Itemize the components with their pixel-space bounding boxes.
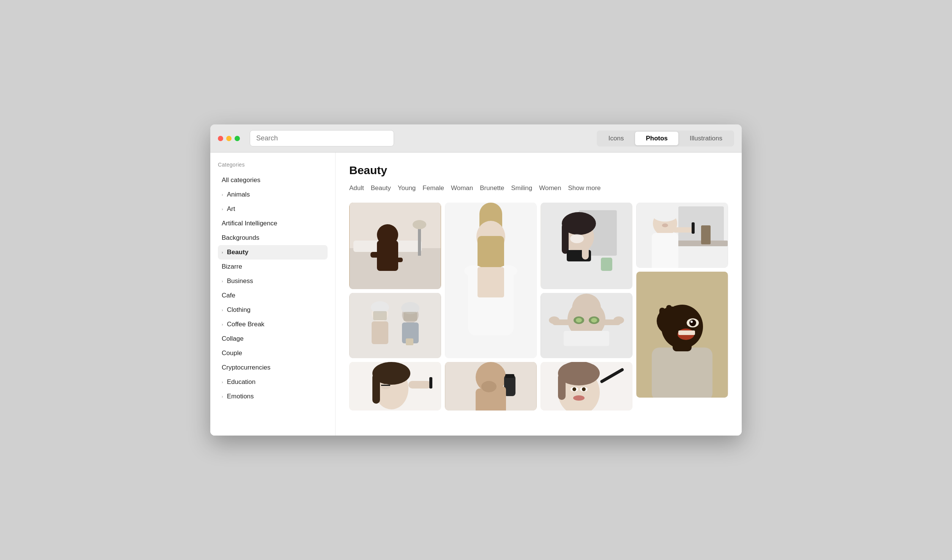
photo-card[interactable] [636, 272, 728, 398]
svg-point-71 [572, 387, 576, 391]
photo-card[interactable] [541, 203, 632, 289]
svg-rect-93 [673, 306, 679, 326]
sidebar-item-label: Education [227, 378, 256, 386]
svg-point-4 [413, 220, 426, 229]
svg-rect-34 [478, 267, 504, 297]
photo-card[interactable] [349, 362, 441, 411]
photo-card[interactable] [541, 293, 632, 358]
sidebar-item-animals[interactable]: › Animals [218, 187, 328, 202]
svg-rect-9 [350, 293, 441, 358]
sidebar-item-coffee-break[interactable]: › Coffee Break [218, 317, 328, 332]
tab-icons[interactable]: Icons [598, 132, 635, 145]
sidebar-item-label: Animals [227, 191, 250, 198]
svg-rect-49 [582, 239, 589, 260]
tag-female[interactable]: Female [422, 184, 444, 192]
sidebar-item-label: Bizarre [222, 263, 242, 271]
sidebar-item-cafe[interactable]: Cafe [218, 288, 328, 303]
svg-rect-94 [680, 308, 686, 326]
photo-column-1 [349, 203, 441, 411]
svg-rect-96 [678, 330, 695, 335]
svg-rect-81 [652, 233, 678, 268]
tag-adult[interactable]: Adult [349, 184, 364, 192]
chevron-right-icon: › [222, 207, 223, 211]
traffic-lights [218, 136, 240, 141]
sidebar-item-clothing[interactable]: › Clothing [218, 303, 328, 317]
svg-point-98 [689, 319, 696, 326]
photo-column-4 [636, 203, 728, 398]
tag-brunette[interactable]: Brunette [480, 184, 504, 192]
sidebar-item-couple[interactable]: Couple [218, 346, 328, 360]
svg-rect-78 [701, 225, 711, 244]
sidebar-item-label: All categories [222, 176, 260, 184]
sidebar-item-emotions[interactable]: › Emotions [218, 389, 328, 404]
tag-young[interactable]: Young [398, 184, 416, 192]
photo-grid [349, 203, 728, 411]
sidebar-item-label: Business [227, 277, 253, 285]
chevron-right-icon: › [222, 279, 223, 283]
sidebar-item-backgrounds[interactable]: Backgrounds [218, 231, 328, 245]
svg-rect-11 [372, 321, 388, 344]
sidebar-item-collage[interactable]: Collage [218, 332, 328, 346]
svg-rect-24 [381, 385, 390, 386]
photo-column-2 [445, 203, 537, 411]
svg-rect-18 [406, 338, 413, 345]
minimize-button[interactable] [226, 136, 232, 141]
close-button[interactable] [218, 136, 223, 141]
page-title: Beauty [349, 164, 728, 177]
sidebar-item-education[interactable]: › Education [218, 375, 328, 389]
tag-show-more[interactable]: Show more [568, 184, 601, 192]
search-input[interactable] [250, 130, 394, 146]
sidebar-item-label: Collage [222, 335, 244, 343]
chevron-right-icon: › [222, 250, 223, 255]
tab-photos[interactable]: Photos [635, 132, 678, 145]
photo-card[interactable] [636, 203, 728, 268]
sidebar-item-all[interactable]: All categories [218, 173, 328, 187]
svg-point-62 [591, 318, 597, 322]
sidebar-item-label: Couple [222, 349, 242, 357]
sidebar-item-label: Art [227, 205, 235, 213]
chevron-right-icon: › [222, 394, 223, 399]
svg-rect-17 [403, 312, 417, 321]
sidebar-item-beauty[interactable]: › Beauty [218, 245, 328, 260]
svg-rect-40 [498, 387, 506, 406]
photo-card[interactable] [349, 293, 441, 358]
content-area: Beauty Adult Beauty Young Female Woman B… [336, 153, 742, 436]
chevron-right-icon: › [222, 308, 223, 312]
svg-point-74 [573, 395, 585, 401]
svg-rect-25 [408, 381, 431, 389]
svg-point-63 [549, 316, 560, 324]
sidebar-item-cryptocurrencies[interactable]: Cryptocurrencies [218, 360, 328, 375]
sidebar-item-business[interactable]: › Business [218, 274, 328, 288]
tag-woman[interactable]: Woman [451, 184, 473, 192]
sidebar-item-bizarre[interactable]: Bizarre [218, 260, 328, 274]
sidebar-item-label: Coffee Break [227, 321, 265, 328]
photo-card[interactable] [349, 203, 441, 289]
svg-point-84 [662, 223, 668, 227]
svg-rect-92 [666, 305, 672, 326]
svg-rect-47 [562, 223, 569, 254]
svg-rect-56 [564, 331, 609, 346]
photo-card[interactable] [541, 362, 632, 411]
app-window: Icons Photos Illustrations Categories Al… [210, 124, 742, 436]
tag-beauty[interactable]: Beauty [371, 184, 391, 192]
tags-row: Adult Beauty Young Female Woman Brunette… [349, 184, 728, 192]
tag-women[interactable]: Women [539, 184, 561, 192]
main-content: Categories All categories › Animals › Ar… [210, 153, 742, 436]
titlebar: Icons Photos Illustrations [210, 124, 742, 153]
sidebar-item-ai[interactable]: Artifical Intelligence [218, 216, 328, 231]
sidebar-item-art[interactable]: › Art [218, 202, 328, 216]
photo-card[interactable] [445, 203, 537, 358]
svg-rect-7 [370, 252, 384, 258]
svg-rect-50 [601, 258, 612, 271]
tab-group: Icons Photos Illustrations [597, 131, 734, 146]
tab-illustrations[interactable]: Illustrations [679, 132, 733, 145]
chevron-right-icon: › [222, 380, 223, 384]
sidebar-item-label: Emotions [227, 393, 254, 400]
svg-rect-13 [373, 311, 387, 320]
svg-rect-91 [659, 308, 665, 327]
sidebar-title: Categories [218, 162, 328, 168]
photo-card[interactable] [445, 362, 537, 411]
maximize-button[interactable] [235, 136, 240, 141]
svg-rect-26 [429, 377, 432, 389]
tag-smiling[interactable]: Smiling [511, 184, 533, 192]
